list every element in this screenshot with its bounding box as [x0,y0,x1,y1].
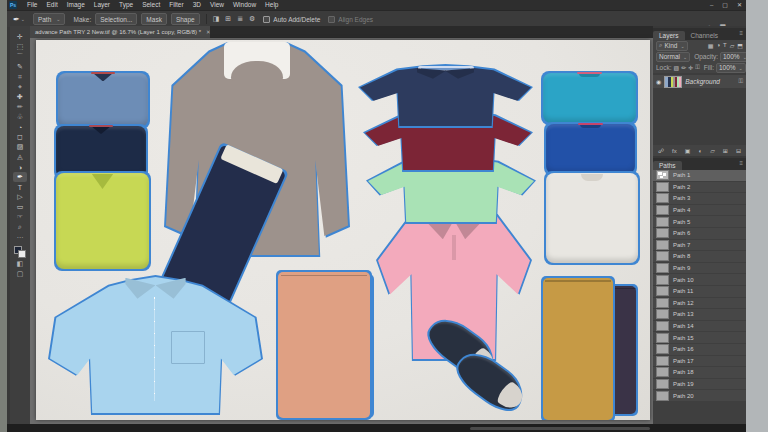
layer-group-icon[interactable]: ▱ [710,147,715,154]
path-row[interactable]: Path 12 [653,298,746,310]
layer-thumbnail[interactable] [664,76,682,88]
menu-select[interactable]: Select [142,0,160,10]
path-row[interactable]: Path 4 [653,205,746,217]
hand-tool[interactable]: ☞ [13,212,27,222]
path-row[interactable]: Path 2 [653,182,746,194]
blur-tool[interactable]: ◬ [13,152,27,162]
path-row[interactable]: Path 10 [653,274,746,286]
clone-stamp-tool[interactable]: ♧ [13,112,27,122]
make-shape-button[interactable]: Shape [171,13,200,25]
tab-paths[interactable]: Paths [653,161,682,170]
color-swatches[interactable] [14,246,26,258]
filter-kind-select[interactable]: ⌕ Kind ⌄ [656,41,688,51]
filter-adjustment-icon[interactable]: ◑ [716,42,720,49]
lock-position-icon[interactable]: ✛ [688,64,693,71]
document-image[interactable] [36,40,650,420]
sneakers[interactable] [426,324,530,418]
zoom-tool[interactable]: ⌕ [13,222,27,232]
path-row[interactable]: Path 5 [653,216,746,228]
path-alignment-icon[interactable]: ⊞ [225,15,231,23]
tab-close-icon[interactable]: ✕ [206,29,210,35]
lock-transparency-icon[interactable]: ▨ [674,64,680,71]
path-row[interactable]: Path 19 [653,379,746,391]
panel-menu-icon[interactable]: ≡ [739,160,743,166]
filter-type-icon[interactable]: T [723,42,727,49]
path-row[interactable]: Path 11 [653,286,746,298]
path-row[interactable]: Path 1 [653,170,746,182]
toolbar-more-icon[interactable]: ⋯ [17,234,24,242]
move-tool[interactable]: ✛ [13,32,27,42]
path-operations-icon[interactable]: ◨ [213,15,220,23]
auto-add-delete-checkbox[interactable] [263,16,270,23]
canvas-area[interactable] [30,38,653,424]
opacity-select[interactable]: 100% ⌄ [720,52,746,62]
path-arrange-icon[interactable]: ≣ [237,15,243,23]
fill-select[interactable]: 100% ⌄ [716,63,746,73]
tee-cyan[interactable] [541,71,638,125]
brush-tool[interactable]: ✏ [13,102,27,112]
make-mask-button[interactable]: Mask [141,13,167,25]
document-tab[interactable]: advance Path TRY 2 New.tif @ 16.7% (Laye… [30,26,210,38]
menu-edit[interactable]: Edit [46,0,57,10]
path-row[interactable]: Path 18 [653,367,746,379]
path-row[interactable]: Path 16 [653,344,746,356]
path-row[interactable]: Path 20 [653,390,746,402]
tab-channels[interactable]: Channels [685,31,724,40]
layer-effects-icon[interactable]: fx [672,148,677,154]
menu-image[interactable]: Image [67,0,85,10]
lasso-tool[interactable]: ⌒ [13,52,27,62]
sweater-lime[interactable] [54,171,151,271]
eyedropper-tool[interactable]: ⌖ [13,82,27,92]
menu-window[interactable]: Window [233,0,256,10]
menu-help[interactable]: Help [265,0,278,10]
visibility-eye-icon[interactable]: ◉ [656,78,661,85]
new-layer-icon[interactable]: ⊞ [723,147,728,154]
shirt-blue[interactable] [48,275,263,415]
chinos-salmon[interactable] [276,270,372,420]
path-row[interactable]: Path 6 [653,228,746,240]
lock-pixels-icon[interactable]: ✏ [681,64,686,71]
path-row[interactable]: Path 8 [653,251,746,263]
dodge-tool[interactable]: ◑ [13,162,27,172]
menu-view[interactable]: View [210,0,224,10]
menu-type[interactable]: Type [119,0,133,10]
link-layers-icon[interactable]: ☍ [658,147,664,154]
sweater-blue[interactable] [56,71,150,129]
eraser-tool[interactable]: ◻ [13,132,27,142]
window-restore-button[interactable]: ▢ [722,0,728,10]
adjustment-layer-icon[interactable]: ◐ [699,148,703,154]
path-row[interactable]: Path 3 [653,193,746,205]
panel-menu-icon[interactable]: ≡ [739,30,743,36]
type-tool[interactable]: T [13,182,27,192]
tee-white[interactable] [544,171,640,265]
shape-tool[interactable]: ▭ [13,202,27,212]
blend-mode-select[interactable]: Normal ⌄ [656,52,690,62]
gear-icon[interactable]: ⚙ [249,15,255,23]
delete-layer-icon[interactable]: ⊟ [736,147,741,154]
quick-selection-tool[interactable]: ✎ [13,62,27,72]
path-row[interactable]: Path 17 [653,356,746,368]
filter-smart-icon[interactable]: ⬒ [737,42,743,49]
path-row[interactable]: Path 7 [653,240,746,252]
window-minimize-button[interactable]: – [710,0,713,10]
gradient-tool[interactable]: ▨ [13,142,27,152]
tee-royal[interactable] [544,122,637,176]
layer-row-background[interactable]: ◉ Background ⚿ [653,75,746,88]
screen-mode-icon[interactable]: ▢ [17,270,24,278]
path-row[interactable]: Path 9 [653,263,746,275]
lock-all-icon[interactable]: ⚿ [695,64,700,71]
horizontal-scrollbar[interactable] [470,427,650,430]
crop-tool[interactable]: ⌗ [13,72,27,82]
history-brush-tool[interactable]: ◔ [13,122,27,132]
shorts-camel[interactable] [541,276,615,420]
path-selection-tool[interactable]: ▷ [13,192,27,202]
filter-pixel-icon[interactable]: ▦ [708,42,714,49]
make-selection-button[interactable]: Selection... [95,13,137,25]
path-row[interactable]: Path 13 [653,309,746,321]
background-color-swatch[interactable] [18,250,26,258]
pen-tool[interactable]: ✒ [13,172,27,182]
marquee-tool[interactable]: ⬚ [13,42,27,52]
path-row[interactable]: Path 15 [653,332,746,344]
polo-navy[interactable] [358,64,533,128]
tool-mode-select[interactable]: Path ⌄ [33,13,66,25]
